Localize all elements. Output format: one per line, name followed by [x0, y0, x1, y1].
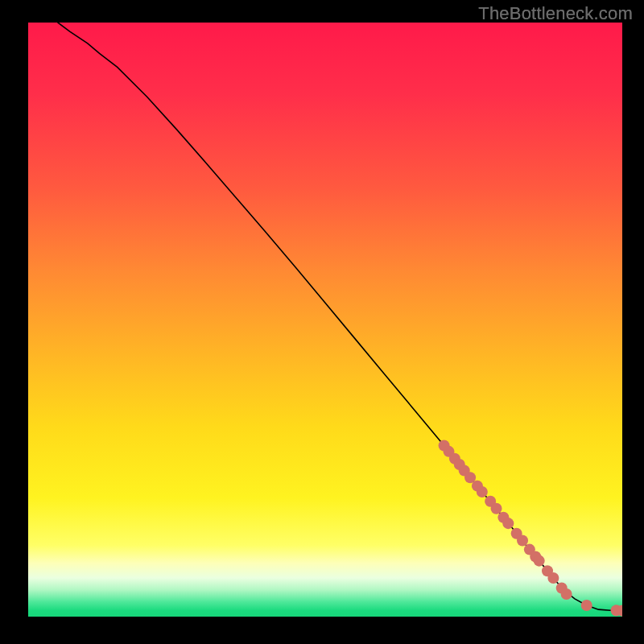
- data-point: [491, 503, 502, 514]
- plot-svg: [28, 23, 622, 617]
- data-point: [547, 572, 559, 584]
- border-right: [622, 0, 644, 644]
- data-point: [581, 600, 592, 611]
- data-point: [534, 555, 545, 567]
- border-bottom: [0, 617, 644, 644]
- data-point: [517, 535, 528, 547]
- data-point: [561, 588, 572, 600]
- data-point: [502, 518, 514, 529]
- border-left: [0, 0, 28, 644]
- data-point: [477, 486, 488, 497]
- plot-area: [28, 23, 622, 617]
- chart-frame: TheBottleneck.com TheBottleneck.com: [0, 0, 644, 644]
- watermark-text-top: TheBottleneck.com: [478, 3, 633, 24]
- gradient-background: [28, 23, 622, 617]
